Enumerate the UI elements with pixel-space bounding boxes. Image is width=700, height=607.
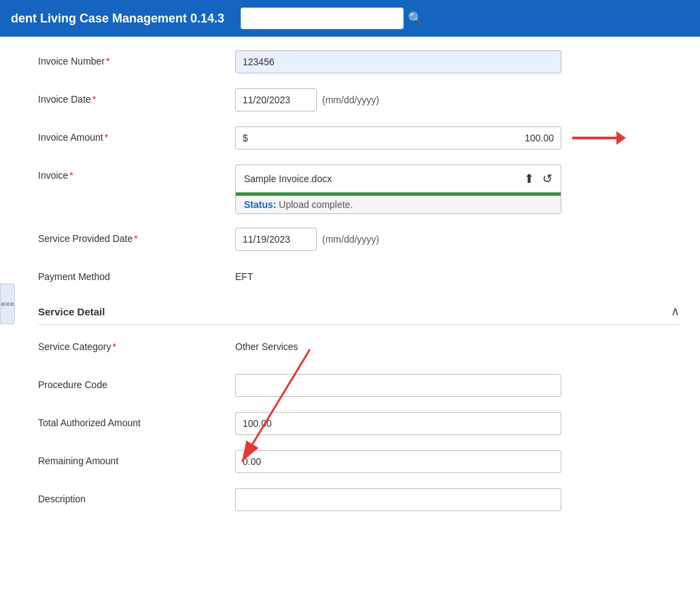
service-date-input[interactable]: [235, 228, 317, 251]
app-title: dent Living Case Management 0.14.3: [11, 12, 224, 26]
payment-method-static: EFT: [235, 266, 253, 282]
invoice-amount-label: Invoice Amount*: [38, 126, 235, 143]
upload-button-icon[interactable]: ⬆: [524, 171, 534, 186]
payment-method-label: Payment Method: [38, 266, 235, 282]
remaining-amount-value: [235, 450, 680, 473]
search-container: 🔍: [241, 7, 423, 29]
remaining-amount-row: Remaining Amount: [38, 450, 680, 474]
invoice-date-label: Invoice Date*: [38, 88, 235, 105]
currency-symbol: $: [236, 133, 255, 143]
service-detail-section-header: Service Detail ∧: [38, 304, 680, 325]
invoice-number-value: [235, 50, 680, 73]
invoice-amount-row: Invoice Amount* $: [38, 126, 680, 151]
description-value: [235, 488, 680, 511]
service-detail-title: Service Detail: [38, 306, 105, 317]
service-date-format: (mm/dd/yyyy): [322, 234, 379, 245]
app-header: dent Living Case Management 0.14.3 🔍: [0, 0, 700, 37]
sidebar-toggle[interactable]: «««: [0, 283, 15, 324]
description-label: Description: [38, 488, 235, 504]
invoice-upload-area: Sample Invoice.docx ⬆ ↺ Status: Upload c…: [235, 164, 561, 214]
service-category-static: Other Services: [235, 336, 298, 352]
upload-filename: Sample Invoice.docx: [244, 173, 332, 184]
remaining-amount-label: Remaining Amount: [38, 450, 235, 466]
total-authorized-label: Total Authorized Amount: [38, 412, 235, 428]
procedure-code-row: Procedure Code: [38, 374, 680, 398]
invoice-date-format: (mm/dd/yyyy): [322, 94, 379, 105]
status-label: Status:: [244, 199, 276, 210]
invoice-file-row: Invoice* Sample Invoice.docx ⬆ ↺ Status:…: [38, 164, 680, 214]
upload-top-bar: Sample Invoice.docx ⬆ ↺: [236, 165, 561, 192]
sidebar-toggle-icon: «««: [1, 299, 14, 309]
invoice-date-value: (mm/dd/yyyy): [235, 88, 680, 111]
invoice-amount-value: $: [235, 126, 680, 150]
procedure-code-value: [235, 374, 680, 397]
service-date-row: Service Provided Date* (mm/dd/yyyy): [38, 228, 680, 252]
upload-status-bar: Status: Upload complete.: [236, 196, 561, 213]
total-authorized-row: Total Authorized Amount: [38, 412, 680, 436]
invoice-number-input[interactable]: [235, 50, 561, 73]
search-icon[interactable]: 🔍: [408, 11, 423, 26]
upload-action-icons: ⬆ ↺: [524, 171, 553, 186]
section-chevron-icon[interactable]: ∧: [671, 304, 680, 319]
main-content: Invoice Number* Invoice Date* (mm/dd/yyy…: [0, 37, 700, 540]
search-input[interactable]: [241, 7, 404, 29]
invoice-number-row: Invoice Number*: [38, 50, 680, 75]
svg-line-1: [242, 349, 310, 462]
invoice-amount-field: $: [235, 126, 561, 150]
service-category-value: Other Services: [235, 336, 680, 352]
payment-method-value: EFT: [235, 266, 680, 282]
invoice-amount-input[interactable]: [255, 133, 561, 143]
invoice-date-input[interactable]: [235, 88, 317, 111]
procedure-code-label: Procedure Code: [38, 374, 235, 390]
total-authorized-input[interactable]: [235, 412, 561, 435]
procedure-code-input[interactable]: [235, 374, 561, 397]
amount-arrow-annotation: [572, 131, 627, 145]
invoice-file-value: Sample Invoice.docx ⬆ ↺ Status: Upload c…: [235, 164, 680, 214]
service-date-value: (mm/dd/yyyy): [235, 228, 680, 251]
invoice-date-row: Invoice Date* (mm/dd/yyyy): [38, 88, 680, 113]
invoice-number-label: Invoice Number*: [38, 50, 235, 67]
invoice-file-label: Invoice*: [38, 164, 235, 181]
total-authorized-value: [235, 412, 680, 435]
description-input[interactable]: [235, 488, 561, 511]
status-text: Upload complete.: [279, 199, 353, 210]
red-arrow-right-icon: [572, 131, 627, 145]
service-category-row: Service Category* Other Services: [38, 336, 680, 360]
service-date-label: Service Provided Date*: [38, 228, 235, 244]
remaining-amount-input[interactable]: [235, 450, 561, 473]
description-row: Description: [38, 488, 680, 513]
payment-method-row: Payment Method EFT: [38, 266, 680, 290]
service-category-label: Service Category*: [38, 336, 235, 352]
undo-icon[interactable]: ↺: [542, 171, 553, 186]
